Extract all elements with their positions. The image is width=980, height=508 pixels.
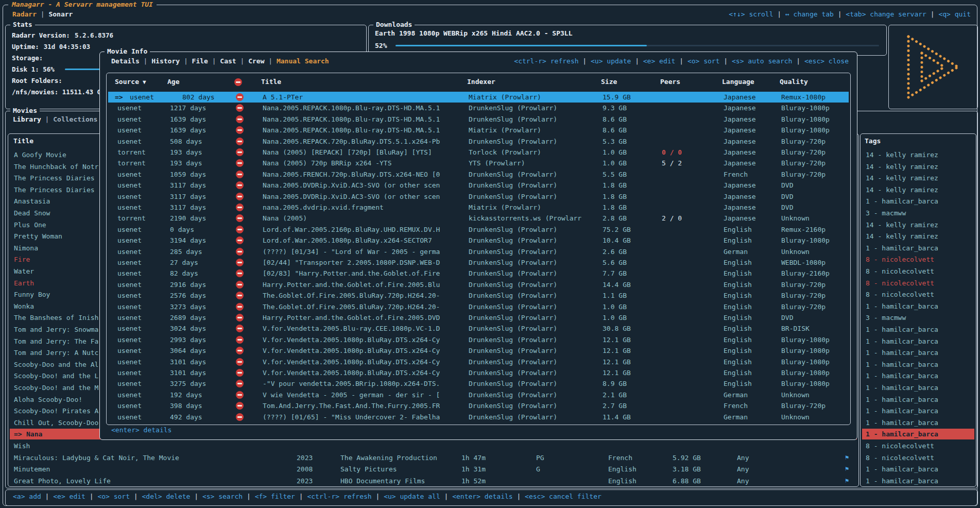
tag-row[interactable]: 8 - nicolecolvett: [862, 278, 974, 289]
search-result-row[interactable]: usenet3194 daysLord.of.War.2005.1080p.Bl…: [108, 235, 849, 246]
servarr-tab-sonarr[interactable]: Sonarr: [48, 10, 73, 18]
movie-runtime: 1h 52m: [461, 476, 486, 486]
search-result-row[interactable]: usenet285 days(????) [01/34] - "Lord of …: [108, 246, 849, 257]
tag-row[interactable]: 1 - hamilcar_barca: [862, 429, 974, 439]
result-size: 1.1 GB: [603, 290, 627, 301]
movie-row[interactable]: Miraculous: Ladybug & Cat Noir, The Movi…: [10, 452, 857, 463]
rejection-icon: [236, 292, 244, 299]
search-result-row[interactable]: usenet1639 daysNana.2005.REPACK.1080p.Bl…: [108, 125, 849, 136]
tag-row[interactable]: 14 - kelly ramirez: [862, 161, 974, 172]
tag-row[interactable]: 1 - hamilcar_barca: [862, 464, 974, 475]
movie-title: Water: [14, 266, 34, 277]
movie-info-tab-manual-search[interactable]: Manual Search: [277, 57, 329, 65]
tag-row[interactable]: 14 - kelly ramirez: [862, 149, 974, 160]
keybind-hint: <u> update: [591, 57, 631, 65]
search-result-row[interactable]: usenet1217 daysNana.2005.REPACK.1080p.Bl…: [108, 103, 849, 113]
result-quality: Bluray-1080p: [781, 235, 830, 246]
result-age: 3064 days: [170, 345, 206, 356]
movie-info-tab-history[interactable]: History: [151, 57, 180, 65]
keybind-hint: <esc> close: [804, 57, 849, 65]
search-result-row[interactable]: usenet508 daysNana.2005.REPACK.720p.BluR…: [108, 136, 849, 147]
movie-row[interactable]: Great Photo, Lovely Life2023HBO Document…: [10, 476, 857, 486]
movies-tab-collections[interactable]: Collections: [53, 115, 97, 123]
search-result-row[interactable]: usenet3117 daysNana.2005.DVDRip.XviD.AC3…: [108, 180, 849, 191]
result-indexer: DrunkenSlug (Prowlarr): [469, 312, 557, 323]
search-result-row[interactable]: usenet3064 daysV.for.Vendetta.2005.1080p…: [108, 345, 849, 356]
search-result-row[interactable]: usenet3101 daysV.for.Vendetta.2005.1080p…: [108, 367, 849, 378]
search-result-row[interactable]: usenet2916 daysHarry.Potter.and.the.Gobl…: [108, 279, 849, 290]
tag-row[interactable]: 8 - nicolecolvett: [862, 452, 974, 463]
movie-info-tab-file[interactable]: File: [192, 57, 208, 65]
tag-row[interactable]: 8 - nicolecolvett: [862, 289, 974, 300]
tag-row[interactable]: 8 - nicolecolvett: [862, 441, 974, 451]
search-result-row[interactable]: usenet82 days[02/83] "Harry.Potter.and.t…: [108, 268, 849, 279]
servarr-tab-radarr[interactable]: Radarr: [12, 10, 37, 18]
result-source: usenet: [117, 191, 142, 202]
search-result-row[interactable]: torrent193 daysNana (2005) 720p BRRip x2…: [108, 158, 849, 168]
tag-row[interactable]: 1 - hamilcar_barca: [862, 243, 974, 253]
movie-info-tab-cast[interactable]: Cast: [220, 57, 236, 65]
tag-row[interactable]: 1 - hamilcar_barca: [862, 476, 974, 486]
search-result-row[interactable]: usenet3275 days-"V pour vendetta.2005.BR…: [108, 378, 849, 389]
movie-info-tab-crew[interactable]: Crew: [248, 57, 264, 65]
search-result-row[interactable]: usenet3117 daysNana.2005.DVDRip.XviD.AC3…: [108, 191, 849, 202]
search-result-row[interactable]: usenet3117 daysnana.2005.dvdrip.xvid.fra…: [108, 202, 849, 213]
tag-row[interactable]: 14 - kelly ramirez: [862, 173, 974, 183]
result-quality: Bluray-1080p: [781, 334, 830, 345]
app-title: Managarr - A Servarr management TUI: [8, 1, 157, 8]
result-indexer: DrunkenSlug (Prowlarr): [469, 345, 557, 356]
result-language: English: [724, 279, 752, 290]
tags-panel: Tags 14 - kelly ramirez14 - kelly ramire…: [860, 133, 976, 487]
search-result-row[interactable]: usenet2993 daysV.for.Vendetta.2005.1080p…: [108, 334, 849, 345]
search-result-row[interactable]: torrent193 daysNana (2005) [REPACK] [720…: [108, 147, 849, 158]
result-source: usenet: [117, 202, 142, 213]
tag-label: 1 - hamilcar_barca: [866, 417, 938, 428]
download-gauge-fill: [396, 45, 647, 46]
movie-row[interactable]: Wish: [10, 441, 857, 451]
search-result-row[interactable]: usenet2689 daysHarry.Potter.and.the.Gobl…: [108, 312, 849, 323]
tag-row[interactable]: 8 - nicolecolvett: [862, 254, 974, 265]
result-size: 12.1 GB: [603, 345, 631, 356]
search-result-row[interactable]: =>usenet802 daysA 5.1-PTerMiatrix (Prowl…: [108, 92, 849, 103]
search-result-row[interactable]: usenet192 daysV wie Vendetta - 2005 - ge…: [108, 390, 849, 400]
result-quality: Remux-2160p: [781, 224, 826, 235]
result-age: 3117 days: [170, 202, 206, 213]
tag-row[interactable]: 3 - macmww: [862, 312, 974, 323]
tag-row[interactable]: 1 - hamilcar_barca: [862, 359, 974, 370]
tag-row[interactable]: 1 - hamilcar_barca: [862, 196, 974, 207]
tag-row[interactable]: 14 - kelly ramirez: [862, 219, 974, 230]
tag-row[interactable]: 1 - hamilcar_barca: [862, 405, 974, 416]
search-result-row[interactable]: usenet2576 daysThe.Goblet.Of.Fire.2005.B…: [108, 290, 849, 301]
tag-row[interactable]: 1 - hamilcar_barca: [862, 301, 974, 312]
search-result-row[interactable]: usenet398 daysTom.And.Jerry.The.Fast.And…: [108, 400, 849, 411]
movies-tab-library[interactable]: Library: [13, 115, 41, 123]
result-size: 1.8 GB: [603, 202, 627, 213]
radarr-version-line: Radarr Version:5.2.6.8376: [12, 30, 113, 41]
result-age: 3275 days: [170, 378, 206, 389]
search-result-row[interactable]: torrent2190 daysNana (2005)kickasstorren…: [108, 213, 849, 224]
tag-row[interactable]: 1 - hamilcar_barca: [862, 370, 974, 381]
movie-row[interactable]: Minutemen2008Salty Pictures1h 31mGEnglis…: [10, 464, 857, 475]
search-result-row[interactable]: usenet3101 daysV.for.Vendetta.2005.1080p…: [108, 357, 849, 367]
result-quality: Bluray-1080p: [781, 114, 830, 125]
tag-row[interactable]: 1 - hamilcar_barca: [862, 382, 974, 393]
tag-row[interactable]: 1 - hamilcar_barca: [862, 394, 974, 405]
tag-row[interactable]: 1 - hamilcar_barca: [862, 417, 974, 428]
search-result-row[interactable]: usenet492 days(????) [01/65] - "Miss Und…: [108, 412, 849, 422]
result-size: 9.3 GB: [603, 103, 627, 113]
tag-row[interactable]: 1 - hamilcar_barca: [862, 336, 974, 347]
movie-info-tab-details[interactable]: Details: [111, 57, 140, 65]
search-result-row[interactable]: usenet27 days[02/44] "Transporter 2.2005…: [108, 257, 849, 268]
search-result-row[interactable]: usenet3024 daysV.for.Vendetta.2005.Blu-r…: [108, 323, 849, 334]
tag-row[interactable]: 8 - nicolecolvett: [862, 266, 974, 277]
tag-row[interactable]: 3 - macmww: [862, 208, 974, 218]
result-size: 12.1 GB: [603, 367, 631, 378]
search-result-row[interactable]: usenet0 daysLord.of.War.2005.2160p.BluRa…: [108, 224, 849, 235]
tag-row[interactable]: 14 - kelly ramirez: [862, 184, 974, 195]
search-result-row[interactable]: usenet1639 daysNana.2005.REPACK.1080p.Bl…: [108, 114, 849, 125]
tag-row[interactable]: 1 - hamilcar_barca: [862, 324, 974, 335]
tag-row[interactable]: 1 - hamilcar_barca: [862, 347, 974, 358]
search-result-row[interactable]: usenet3273 daysThe.Goblet.Of.Fire.2005.B…: [108, 301, 849, 312]
search-result-row[interactable]: usenet1059 daysNana.2005.FRENCH.720p.Blu…: [108, 169, 849, 180]
tag-row[interactable]: 14 - kelly ramirez: [862, 231, 974, 242]
